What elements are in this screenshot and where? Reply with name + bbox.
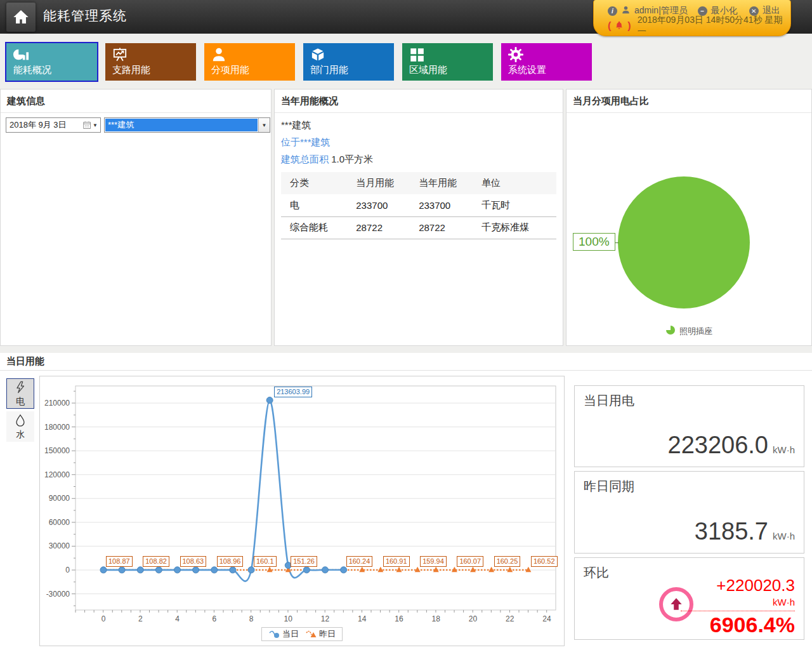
info-icon[interactable]: i: [608, 6, 617, 16]
ratio-percent: 6906.4%: [681, 613, 795, 637]
date-picker[interactable]: 2018年 9月 3日 ▼: [6, 117, 101, 133]
table-cell: 电: [281, 194, 353, 216]
legend-item-昨日[interactable]: 昨日: [305, 628, 336, 640]
point-label: 108.82: [143, 556, 169, 567]
svg-text:30000: 30000: [49, 541, 70, 550]
svg-text:18: 18: [432, 614, 441, 623]
energy-tab-1[interactable]: 电: [6, 378, 34, 409]
point-label: 160.25: [494, 556, 521, 567]
table-header: 当年用能: [416, 172, 479, 194]
nav-label: 能耗概况: [13, 64, 51, 76]
daily-section-title: 当日用能: [0, 353, 812, 371]
alarm-paren: (: [608, 20, 611, 32]
year-panel-title: 当年用能概况: [275, 90, 563, 113]
stat-card-today: 当日用电 223206.0 kW·h: [574, 385, 804, 467]
point-label: 160.52: [531, 556, 558, 567]
svg-text:0: 0: [65, 566, 70, 574]
stat-card-ratio: 环比 +220020.3 kW·h 6906.4%: [574, 557, 804, 640]
building-select-value: ***建筑: [105, 119, 258, 131]
table-cell: 233700: [416, 194, 479, 216]
stat-title: 当日用电: [584, 392, 634, 409]
energy-tab-2[interactable]: 水: [6, 411, 34, 442]
table-cell: 233700: [353, 194, 416, 216]
ratio-divider: [681, 611, 795, 611]
legend-label: 当日: [282, 628, 299, 640]
stat-unit: kW·h: [773, 444, 795, 455]
building-name: ***建筑: [281, 118, 556, 131]
pie-slice: [618, 176, 750, 308]
lightning-icon: [13, 380, 27, 396]
building-panel-title: 建筑信息: [1, 90, 271, 113]
pie-legend-label: 照明插座: [679, 326, 712, 337]
energy-tab-label: 水: [16, 429, 25, 441]
branch-energy-icon: [112, 46, 128, 63]
svg-text:12: 12: [321, 614, 330, 623]
table-header: 单位: [479, 172, 556, 194]
legend-label: 昨日: [319, 628, 336, 640]
daily-energy-section: 当日用能 电 水 -300000300006000090000120000150…: [0, 353, 812, 650]
nav-button-2[interactable]: 支路用能: [105, 43, 196, 81]
svg-text:150000: 150000: [44, 446, 70, 455]
building-select-arrow-icon[interactable]: ▼: [258, 118, 270, 132]
category-energy-icon: [211, 46, 227, 63]
table-row: 综合能耗2872228722千克标准煤: [281, 216, 556, 239]
table-header: 分类: [281, 172, 353, 194]
building-info-panel: 建筑信息 2018年 9月 3日 ▼ ***建筑 ▼: [0, 89, 272, 346]
pie-panel-title: 当月分项用电占比: [566, 90, 811, 113]
user-icon: [621, 5, 631, 17]
alarm-bell-icon[interactable]: [615, 20, 624, 32]
legend-item-当日[interactable]: 当日: [268, 628, 299, 640]
main-nav: 能耗概况 支路用能 分项用能 部门用能 区域用能 系统设置: [6, 43, 592, 81]
user-ribbon: i admin|管理员 − 最小化 ✕ 退出 ( ) 2018年09月03日 1…: [593, 0, 791, 36]
point-label: 160.24: [346, 556, 373, 567]
table-header: 当月用能: [353, 172, 416, 194]
area-energy-icon: [409, 46, 425, 63]
energy-overview-icon: [13, 46, 29, 63]
droplet-icon: [13, 413, 27, 429]
nav-button-4[interactable]: 部门用能: [303, 43, 394, 81]
pie-panel: 当月分项用电占比 100% 照明插座: [566, 89, 812, 346]
building-location-link[interactable]: 位于***建筑: [281, 135, 556, 149]
point-label: 160.07: [457, 556, 483, 567]
stat-card-yesterday: 昨日同期 3185.7 kW·h: [574, 471, 804, 554]
table-cell: 28722: [353, 216, 416, 239]
nav-button-3[interactable]: 分项用能: [204, 43, 295, 81]
nav-button-5[interactable]: 区域用能: [402, 43, 493, 81]
year-usage-panel: 当年用能概况 ***建筑 位于***建筑 建筑总面积 1.0平方米 分类当月用能…: [274, 89, 563, 346]
ratio-title: 环比: [584, 564, 609, 581]
svg-text:24: 24: [542, 614, 551, 623]
app-title: 能耗管理系统: [43, 0, 127, 34]
area-label-link[interactable]: 建筑总面积: [281, 154, 329, 164]
department-energy-icon: [310, 46, 326, 63]
alarm-paren2: ): [627, 20, 631, 32]
point-label: 159.94: [420, 556, 447, 567]
pie-legend-icon: [665, 325, 676, 337]
svg-text:-30000: -30000: [46, 590, 70, 599]
table-cell: 千克标准煤: [479, 216, 556, 239]
daily-line-chart: -300000300006000090000120000150000180000…: [39, 376, 565, 646]
home-icon[interactable]: [6, 3, 36, 32]
svg-text:16: 16: [395, 614, 403, 623]
svg-text:0: 0: [102, 614, 106, 623]
svg-text:210000: 210000: [44, 399, 70, 408]
table-row: 电233700233700千瓦时: [281, 194, 556, 216]
nav-button-1[interactable]: 能耗概况: [6, 43, 97, 81]
svg-text:14: 14: [358, 614, 367, 623]
svg-text:10: 10: [284, 614, 293, 623]
svg-text:6: 6: [212, 614, 216, 623]
calendar-icon[interactable]: ▼: [83, 121, 100, 129]
nav-label: 支路用能: [112, 64, 150, 76]
building-select[interactable]: ***建筑 ▼: [104, 117, 270, 133]
point-label: 213603.99: [274, 387, 312, 397]
energy-tab-label: 电: [16, 396, 25, 408]
table-cell: 综合能耗: [281, 216, 353, 239]
stat-value: 3185.7: [695, 518, 768, 545]
date-value: 2018年 9月 3日: [10, 119, 67, 131]
point-label: 108.87: [106, 556, 133, 567]
svg-text:180000: 180000: [44, 423, 70, 432]
svg-text:22: 22: [506, 614, 514, 623]
table-cell: 千瓦时: [479, 194, 556, 216]
svg-text:2: 2: [138, 614, 143, 623]
point-label: 160.1: [254, 556, 277, 567]
nav-button-6[interactable]: 系统设置: [501, 43, 592, 81]
